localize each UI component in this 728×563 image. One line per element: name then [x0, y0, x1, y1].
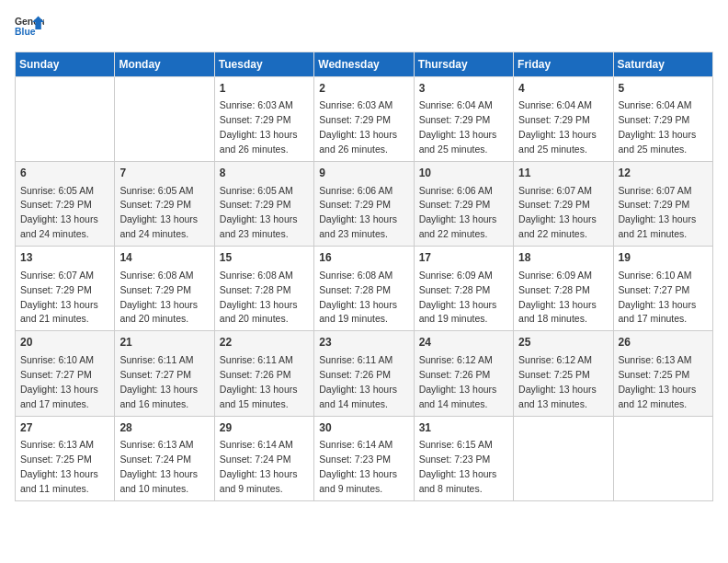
day-number: 23: [319, 335, 408, 350]
day-detail: Sunrise: 6:05 AM Sunset: 7:29 PM Dayligh…: [20, 185, 98, 240]
week-row-5: 27Sunrise: 6:13 AM Sunset: 7:25 PM Dayli…: [16, 416, 713, 500]
day-number: 21: [119, 335, 209, 350]
day-detail: Sunrise: 6:03 AM Sunset: 7:29 PM Dayligh…: [319, 99, 397, 155]
day-cell-3-6: 26Sunrise: 6:13 AM Sunset: 7:25 PM Dayli…: [613, 331, 712, 416]
day-detail: Sunrise: 6:04 AM Sunset: 7:29 PM Dayligh…: [419, 99, 497, 155]
day-detail: Sunrise: 6:14 AM Sunset: 7:23 PM Dayligh…: [319, 439, 397, 494]
day-cell-4-4: 31Sunrise: 6:15 AM Sunset: 7:23 PM Dayli…: [414, 416, 513, 500]
day-cell-4-2: 29Sunrise: 6:14 AM Sunset: 7:24 PM Dayli…: [214, 416, 313, 500]
logo-icon: General Blue: [15, 15, 44, 40]
day-detail: Sunrise: 6:12 AM Sunset: 7:26 PM Dayligh…: [419, 354, 497, 409]
day-number: 1: [220, 81, 309, 97]
day-number: 19: [619, 250, 708, 266]
header-row: SundayMondayTuesdayWednesdayThursdayFrid…: [16, 52, 713, 77]
day-cell-2-1: 14Sunrise: 6:08 AM Sunset: 7:29 PM Dayli…: [115, 247, 214, 331]
day-detail: Sunrise: 6:09 AM Sunset: 7:28 PM Dayligh…: [518, 270, 597, 325]
header-wednesday: Wednesday: [314, 52, 414, 77]
day-cell-1-5: 11Sunrise: 6:07 AM Sunset: 7:29 PM Dayli…: [514, 162, 613, 247]
day-number: 27: [20, 420, 109, 436]
day-cell-1-4: 10Sunrise: 6:06 AM Sunset: 7:29 PM Dayli…: [414, 162, 513, 247]
day-detail: Sunrise: 6:11 AM Sunset: 7:26 PM Dayligh…: [319, 354, 397, 409]
day-number: 28: [119, 420, 209, 436]
day-cell-0-6: 5Sunrise: 6:04 AM Sunset: 7:29 PM Daylig…: [613, 77, 712, 162]
day-cell-3-0: 20Sunrise: 6:10 AM Sunset: 7:27 PM Dayli…: [16, 331, 115, 416]
day-cell-2-6: 19Sunrise: 6:10 AM Sunset: 7:27 PM Dayli…: [613, 247, 712, 331]
day-cell-3-3: 23Sunrise: 6:11 AM Sunset: 7:26 PM Dayli…: [314, 331, 414, 416]
day-detail: Sunrise: 6:10 AM Sunset: 7:27 PM Dayligh…: [20, 354, 98, 409]
day-cell-4-6: [613, 416, 712, 500]
header-monday: Monday: [115, 52, 214, 77]
day-detail: Sunrise: 6:05 AM Sunset: 7:29 PM Dayligh…: [119, 185, 198, 240]
day-cell-1-1: 7Sunrise: 6:05 AM Sunset: 7:29 PM Daylig…: [115, 162, 214, 247]
day-cell-0-3: 2Sunrise: 6:03 AM Sunset: 7:29 PM Daylig…: [314, 77, 414, 162]
header-sunday: Sunday: [16, 52, 115, 77]
day-number: 16: [319, 250, 408, 266]
day-detail: Sunrise: 6:10 AM Sunset: 7:27 PM Dayligh…: [619, 270, 697, 325]
logo: General Blue: [15, 15, 44, 40]
week-row-4: 20Sunrise: 6:10 AM Sunset: 7:27 PM Dayli…: [16, 331, 713, 416]
header-saturday: Saturday: [613, 52, 712, 77]
day-cell-4-5: [514, 416, 613, 500]
day-number: 4: [518, 81, 608, 97]
day-detail: Sunrise: 6:13 AM Sunset: 7:25 PM Dayligh…: [20, 439, 98, 494]
header-friday: Friday: [514, 52, 613, 77]
day-number: 22: [220, 335, 309, 350]
day-detail: Sunrise: 6:03 AM Sunset: 7:29 PM Dayligh…: [220, 99, 298, 155]
day-cell-0-4: 3Sunrise: 6:04 AM Sunset: 7:29 PM Daylig…: [414, 77, 513, 162]
day-number: 5: [619, 81, 708, 97]
day-detail: Sunrise: 6:08 AM Sunset: 7:28 PM Dayligh…: [319, 270, 397, 325]
day-detail: Sunrise: 6:07 AM Sunset: 7:29 PM Dayligh…: [619, 185, 697, 240]
day-number: 14: [119, 250, 209, 266]
day-cell-1-0: 6Sunrise: 6:05 AM Sunset: 7:29 PM Daylig…: [16, 162, 115, 247]
calendar-body: 1Sunrise: 6:03 AM Sunset: 7:29 PM Daylig…: [16, 77, 713, 501]
day-number: 24: [419, 335, 508, 350]
calendar-header: SundayMondayTuesdayWednesdayThursdayFrid…: [16, 52, 713, 77]
day-number: 9: [319, 166, 408, 181]
week-row-3: 13Sunrise: 6:07 AM Sunset: 7:29 PM Dayli…: [16, 247, 713, 331]
day-cell-1-6: 12Sunrise: 6:07 AM Sunset: 7:29 PM Dayli…: [613, 162, 712, 247]
header-tuesday: Tuesday: [214, 52, 313, 77]
day-detail: Sunrise: 6:04 AM Sunset: 7:29 PM Dayligh…: [518, 99, 597, 155]
calendar-table: SundayMondayTuesdayWednesdayThursdayFrid…: [15, 52, 713, 501]
day-detail: Sunrise: 6:11 AM Sunset: 7:27 PM Dayligh…: [119, 354, 198, 409]
day-number: 31: [419, 420, 508, 436]
header-thursday: Thursday: [414, 52, 513, 77]
day-cell-3-5: 25Sunrise: 6:12 AM Sunset: 7:25 PM Dayli…: [514, 331, 613, 416]
day-cell-3-4: 24Sunrise: 6:12 AM Sunset: 7:26 PM Dayli…: [414, 331, 513, 416]
day-cell-2-5: 18Sunrise: 6:09 AM Sunset: 7:28 PM Dayli…: [514, 247, 613, 331]
day-detail: Sunrise: 6:13 AM Sunset: 7:24 PM Dayligh…: [119, 439, 198, 494]
week-row-1: 1Sunrise: 6:03 AM Sunset: 7:29 PM Daylig…: [16, 77, 713, 162]
day-detail: Sunrise: 6:08 AM Sunset: 7:29 PM Dayligh…: [119, 270, 198, 325]
day-number: 3: [419, 81, 508, 97]
day-cell-1-3: 9Sunrise: 6:06 AM Sunset: 7:29 PM Daylig…: [314, 162, 414, 247]
day-detail: Sunrise: 6:05 AM Sunset: 7:29 PM Dayligh…: [220, 185, 298, 240]
day-cell-0-5: 4Sunrise: 6:04 AM Sunset: 7:29 PM Daylig…: [514, 77, 613, 162]
day-cell-0-0: [16, 77, 115, 162]
day-cell-4-0: 27Sunrise: 6:13 AM Sunset: 7:25 PM Dayli…: [16, 416, 115, 500]
day-cell-2-4: 17Sunrise: 6:09 AM Sunset: 7:28 PM Dayli…: [414, 247, 513, 331]
day-detail: Sunrise: 6:14 AM Sunset: 7:24 PM Dayligh…: [220, 439, 298, 494]
day-detail: Sunrise: 6:06 AM Sunset: 7:29 PM Dayligh…: [419, 185, 497, 240]
day-number: 15: [220, 250, 309, 266]
day-cell-0-2: 1Sunrise: 6:03 AM Sunset: 7:29 PM Daylig…: [214, 77, 313, 162]
day-number: 17: [419, 250, 508, 266]
day-detail: Sunrise: 6:09 AM Sunset: 7:28 PM Dayligh…: [419, 270, 497, 325]
day-cell-4-3: 30Sunrise: 6:14 AM Sunset: 7:23 PM Dayli…: [314, 416, 414, 500]
day-cell-1-2: 8Sunrise: 6:05 AM Sunset: 7:29 PM Daylig…: [214, 162, 313, 247]
day-number: 25: [518, 335, 608, 350]
svg-text:Blue: Blue: [15, 27, 36, 37]
day-number: 11: [518, 166, 608, 181]
header: General Blue: [15, 15, 713, 40]
day-number: 10: [419, 166, 508, 181]
day-number: 8: [220, 166, 309, 181]
day-number: 26: [619, 335, 708, 350]
day-cell-2-2: 15Sunrise: 6:08 AM Sunset: 7:28 PM Dayli…: [214, 247, 313, 331]
day-cell-2-0: 13Sunrise: 6:07 AM Sunset: 7:29 PM Dayli…: [16, 247, 115, 331]
day-detail: Sunrise: 6:07 AM Sunset: 7:29 PM Dayligh…: [518, 185, 597, 240]
day-detail: Sunrise: 6:07 AM Sunset: 7:29 PM Dayligh…: [20, 270, 98, 325]
day-number: 12: [619, 166, 708, 181]
day-number: 29: [220, 420, 309, 436]
day-number: 6: [20, 166, 109, 181]
day-detail: Sunrise: 6:13 AM Sunset: 7:25 PM Dayligh…: [619, 354, 697, 409]
day-cell-2-3: 16Sunrise: 6:08 AM Sunset: 7:28 PM Dayli…: [314, 247, 414, 331]
